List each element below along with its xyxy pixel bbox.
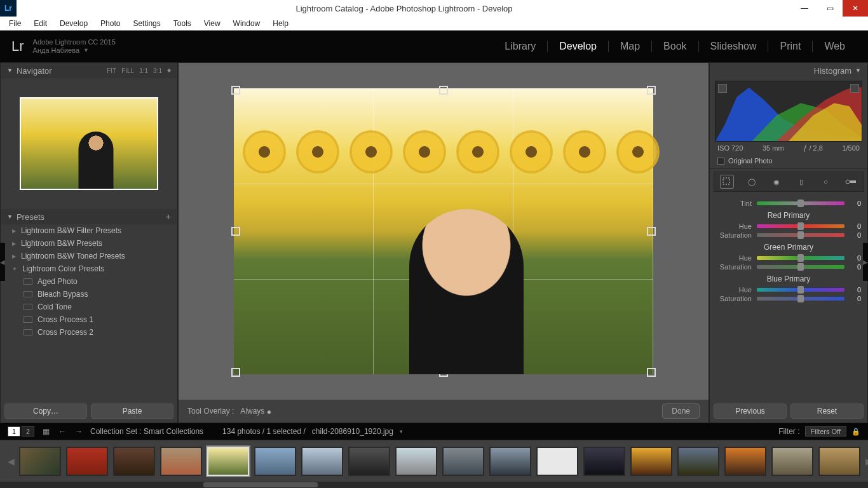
filmstrip-thumb[interactable] bbox=[66, 447, 108, 476]
graduated-tool-icon[interactable]: ▯ bbox=[794, 175, 808, 189]
menu-tools[interactable]: Tools bbox=[167, 18, 198, 29]
module-book[interactable]: Book bbox=[652, 41, 698, 52]
go-forward-icon[interactable]: → bbox=[74, 426, 84, 437]
slider-value[interactable]: 0 bbox=[850, 263, 861, 271]
navigator-thumbnail[interactable] bbox=[20, 97, 158, 190]
filmstrip-thumb[interactable] bbox=[771, 447, 813, 476]
copy-button[interactable]: Copy… bbox=[4, 403, 87, 419]
slider-value[interactable]: 0 bbox=[850, 254, 861, 262]
display-1-button[interactable]: 1 bbox=[8, 426, 20, 437]
redeye-tool-icon[interactable]: ◉ bbox=[770, 175, 783, 189]
blue-sat-slider[interactable]: Saturation0 bbox=[716, 295, 861, 302]
slider-value[interactable]: 0 bbox=[850, 222, 861, 230]
slider-track[interactable] bbox=[757, 288, 844, 292]
filmstrip-thumb[interactable] bbox=[348, 447, 390, 476]
secondary-display-toggle[interactable]: 1 2 bbox=[8, 426, 34, 437]
menu-photo[interactable]: Photo bbox=[94, 18, 126, 29]
paste-button[interactable]: Paste bbox=[91, 403, 173, 419]
slider-value[interactable]: 0 bbox=[850, 286, 861, 294]
filmstrip-thumb[interactable] bbox=[677, 447, 719, 476]
crop-tool-icon[interactable] bbox=[720, 175, 734, 189]
blue-hue-slider[interactable]: Hue0 bbox=[716, 286, 861, 294]
collection-label[interactable]: Collection Set : Smart Collections bbox=[90, 427, 203, 436]
filmstrip-thumb[interactable] bbox=[536, 447, 578, 476]
preset-group[interactable]: ▶Lightroom B&W Presets bbox=[1, 237, 177, 250]
go-back-icon[interactable]: ← bbox=[57, 426, 67, 437]
canvas[interactable] bbox=[179, 63, 709, 400]
grid-view-icon[interactable]: ▦ bbox=[41, 426, 51, 437]
tool-overlay-dropdown[interactable]: Always ◆ bbox=[240, 407, 271, 416]
window-minimize-button[interactable]: — bbox=[792, 0, 817, 17]
preset-item[interactable]: Cross Process 1 bbox=[1, 313, 177, 326]
module-develop[interactable]: Develop bbox=[548, 41, 609, 52]
tint-slider[interactable]: Tint 0 bbox=[716, 200, 861, 207]
zoom-more-icon[interactable]: ◆ bbox=[167, 67, 171, 74]
filmstrip-thumb[interactable] bbox=[160, 447, 202, 476]
filmstrip-right-icon[interactable]: ▶ bbox=[865, 456, 868, 466]
filter-dropdown[interactable]: Filters Off bbox=[805, 426, 846, 437]
zoom-fill[interactable]: FILL bbox=[121, 67, 134, 74]
filmstrip-thumb[interactable] bbox=[818, 447, 860, 476]
filmstrip-thumb[interactable] bbox=[395, 447, 437, 476]
menu-edit[interactable]: Edit bbox=[27, 18, 53, 29]
filmstrip-thumb[interactable] bbox=[630, 447, 672, 476]
done-button[interactable]: Done bbox=[662, 403, 700, 419]
menu-help[interactable]: Help bbox=[266, 18, 295, 29]
filmstrip[interactable]: ◀ ▶ bbox=[0, 440, 868, 482]
preset-item[interactable]: Bleach Bypass bbox=[1, 288, 177, 301]
slider-track[interactable] bbox=[757, 297, 844, 301]
window-maximize-button[interactable]: ▭ bbox=[817, 0, 843, 17]
display-2-button[interactable]: 2 bbox=[22, 426, 34, 437]
slider-track[interactable] bbox=[757, 265, 844, 269]
menu-file[interactable]: File bbox=[3, 18, 27, 29]
module-map[interactable]: Map bbox=[609, 41, 652, 52]
filmstrip-thumb[interactable] bbox=[583, 447, 625, 476]
filter-lock-icon[interactable]: 🔒 bbox=[851, 428, 860, 436]
reset-button[interactable]: Reset bbox=[790, 403, 864, 419]
right-panel-collapse[interactable]: ▶ bbox=[863, 243, 868, 281]
chevron-down-icon[interactable]: ▼ bbox=[83, 46, 89, 55]
slider-track[interactable] bbox=[757, 233, 844, 237]
spot-tool-icon[interactable]: ◯ bbox=[745, 175, 759, 189]
scrollbar-handle[interactable] bbox=[203, 482, 318, 487]
menu-window[interactable]: Window bbox=[227, 18, 267, 29]
navigator-header[interactable]: ▼ Navigator FIT FILL 1:1 3:1 ◆ bbox=[1, 63, 177, 78]
filmstrip-left-icon[interactable]: ◀ bbox=[8, 456, 14, 466]
menu-develop[interactable]: Develop bbox=[53, 18, 94, 29]
photo-preview[interactable] bbox=[234, 88, 653, 374]
slider-track[interactable] bbox=[757, 224, 844, 228]
filmstrip-thumb[interactable] bbox=[254, 447, 296, 476]
radial-tool-icon[interactable]: ○ bbox=[819, 175, 833, 189]
left-panel-collapse[interactable]: ◀ bbox=[0, 243, 5, 281]
filmstrip-thumb-selected[interactable] bbox=[207, 447, 249, 476]
presets-header[interactable]: ▼ Presets + bbox=[1, 209, 177, 224]
identity-plate[interactable]: Adobe Lightroom CC 2015 Анда Набиева▼ bbox=[33, 38, 116, 55]
red-sat-slider[interactable]: Saturation0 bbox=[716, 231, 861, 239]
preset-item[interactable]: Aged Photo bbox=[1, 275, 177, 288]
add-preset-icon[interactable]: + bbox=[166, 212, 171, 222]
menu-view[interactable]: View bbox=[198, 18, 227, 29]
filmstrip-thumb[interactable] bbox=[489, 447, 531, 476]
filmstrip-thumb[interactable] bbox=[113, 447, 155, 476]
slider-value[interactable]: 0 bbox=[850, 231, 861, 239]
slider-value[interactable]: 0 bbox=[850, 200, 861, 207]
histogram-header[interactable]: Histogram ▼ bbox=[710, 63, 867, 78]
brush-tool-icon[interactable] bbox=[844, 175, 858, 189]
slider-track[interactable] bbox=[757, 256, 844, 260]
filmstrip-thumb[interactable] bbox=[442, 447, 484, 476]
previous-button[interactable]: Previous bbox=[714, 403, 787, 419]
module-slideshow[interactable]: Slideshow bbox=[699, 41, 769, 52]
preset-group[interactable]: ▼Lightroom Color Presets bbox=[1, 262, 177, 275]
window-close-button[interactable]: ✕ bbox=[843, 0, 868, 17]
module-print[interactable]: Print bbox=[768, 41, 813, 52]
slider-track[interactable] bbox=[757, 201, 844, 205]
zoom-1to1[interactable]: 1:1 bbox=[139, 67, 148, 74]
filmstrip-thumb[interactable] bbox=[301, 447, 343, 476]
preset-item[interactable]: Cross Process 2 bbox=[1, 326, 177, 339]
highlight-clipping-icon[interactable] bbox=[850, 84, 859, 93]
preset-item[interactable]: Cold Tone bbox=[1, 301, 177, 313]
preset-group[interactable]: ▶Lightroom B&W Toned Presets bbox=[1, 250, 177, 262]
slider-value[interactable]: 0 bbox=[850, 295, 861, 302]
zoom-fit[interactable]: FIT bbox=[107, 67, 116, 74]
module-web[interactable]: Web bbox=[813, 41, 857, 52]
